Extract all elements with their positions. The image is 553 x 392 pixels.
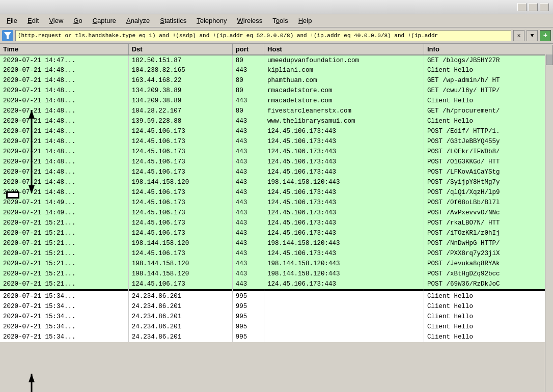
col-dst: Dst: [128, 44, 232, 55]
menu-wireless[interactable]: Wireless: [233, 15, 267, 26]
filter-bar: ✕ ▼ +: [0, 27, 553, 44]
table-row[interactable]: 2020-07-21 14:49...124.45.106.173443124.…: [0, 198, 553, 208]
table-row[interactable]: 2020-07-21 15:21...198.144.158.120443198…: [0, 259, 553, 269]
table-row[interactable]: 2020-07-21 14:48...104.28.22.10780fivest…: [0, 106, 553, 116]
menu-edit[interactable]: Edit: [23, 15, 43, 26]
title-bar: [0, 0, 553, 14]
table-row[interactable]: 2020-07-21 14:48...134.209.38.89443rmaca…: [0, 96, 553, 106]
table-row[interactable]: 2020-07-21 14:48...134.209.38.8980rmacad…: [0, 86, 553, 96]
menu-view[interactable]: View: [44, 15, 68, 26]
menu-analyze[interactable]: Analyze: [122, 15, 154, 26]
svg-marker-0: [4, 32, 11, 39]
table-row[interactable]: 2020-07-21 15:21...124.45.106.173443124.…: [0, 228, 553, 238]
table-row[interactable]: 2020-07-21 15:34...24.234.86.201995Clien…: [0, 291, 553, 301]
col-time: Time: [0, 44, 128, 55]
menu-bar: File Edit View Go Capture Analyze Statis…: [0, 14, 553, 27]
emotet-label: [6, 191, 19, 199]
maximize-button[interactable]: [529, 3, 538, 11]
svg-marker-2: [29, 185, 35, 194]
table-header-row: Time Dst port Host Info: [0, 44, 553, 55]
menu-telephony[interactable]: Telephony: [192, 15, 231, 26]
menu-file[interactable]: File: [2, 15, 22, 26]
packet-table-container: Time Dst port Host Info 2020-07-21 14:47…: [0, 44, 553, 392]
window-controls: [517, 3, 549, 11]
vertical-scrollbar[interactable]: [545, 44, 553, 392]
table-row[interactable]: 2020-07-21 15:34...24.234.86.201995Clien…: [0, 301, 553, 312]
table-row[interactable]: 2020-07-21 14:48...163.44.168.2280phamth…: [0, 75, 553, 86]
close-button[interactable]: [540, 3, 549, 11]
table-row[interactable]: 2020-07-21 15:21...198.144.158.120443198…: [0, 238, 553, 248]
filter-clear-button[interactable]: ✕: [513, 30, 524, 41]
table-row[interactable]: 2020-07-21 14:48...124.45.106.173443124.…: [0, 136, 553, 147]
col-host: Host: [264, 44, 424, 55]
table-row[interactable]: 2020-07-21 14:47...182.50.151.8780umeedu…: [0, 55, 553, 65]
table-row[interactable]: 2020-07-21 14:48...124.45.106.173443124.…: [0, 167, 553, 177]
table-row[interactable]: 2020-07-21 14:48...104.238.82.165443kipl…: [0, 65, 553, 75]
menu-tools[interactable]: Tools: [268, 15, 292, 26]
menu-capture[interactable]: Capture: [88, 15, 121, 26]
table-row[interactable]: 2020-07-21 15:21...124.45.106.173443124.…: [0, 218, 553, 228]
menu-statistics[interactable]: Statistics: [155, 15, 191, 26]
svg-marker-3: [29, 110, 35, 119]
filter-icon: [2, 30, 13, 41]
minimize-button[interactable]: [517, 3, 527, 11]
emotet-arrow: [26, 110, 37, 194]
col-info: Info: [424, 44, 553, 55]
table-row[interactable]: 2020-07-21 15:34...24.234.86.201995Clien…: [0, 332, 553, 342]
table-row[interactable]: 2020-07-21 15:34...24.234.86.201995Clien…: [0, 322, 553, 332]
filter-dropdown-button[interactable]: ▼: [527, 30, 538, 41]
table-row[interactable]: 2020-07-21 14:48...139.59.228.88443www.t…: [0, 116, 553, 126]
table-row[interactable]: 2020-07-21 14:48...124.45.106.173443124.…: [0, 126, 553, 136]
svg-marker-6: [29, 374, 35, 382]
table-row[interactable]: 2020-07-21 14:48...124.45.106.173443124.…: [0, 187, 553, 198]
col-port: port: [232, 44, 264, 55]
menu-help[interactable]: Help: [294, 15, 317, 26]
table-row[interactable]: 2020-07-21 14:48...124.45.106.173443124.…: [0, 147, 553, 157]
qakbot-arrow: [26, 374, 37, 392]
menu-go[interactable]: Go: [69, 15, 87, 26]
table-row[interactable]: 2020-07-21 15:21...124.45.106.173443124.…: [0, 279, 553, 289]
table-row[interactable]: 2020-07-21 14:48...124.45.106.173443124.…: [0, 157, 553, 167]
table-row[interactable]: 2020-07-21 14:49...124.45.106.173443124.…: [0, 208, 553, 218]
table-row[interactable]: 2020-07-21 15:21...124.45.106.173443124.…: [0, 248, 553, 259]
table-row[interactable]: 2020-07-21 15:21...198.144.158.120443198…: [0, 269, 553, 279]
packet-table: Time Dst port Host Info 2020-07-21 14:47…: [0, 44, 553, 342]
filter-input[interactable]: [15, 30, 511, 41]
table-row[interactable]: 2020-07-21 15:34...24.234.86.201995Clien…: [0, 312, 553, 322]
filter-add-button[interactable]: +: [540, 30, 551, 41]
table-row[interactable]: 2020-07-21 14:48...198.144.158.120443198…: [0, 177, 553, 187]
